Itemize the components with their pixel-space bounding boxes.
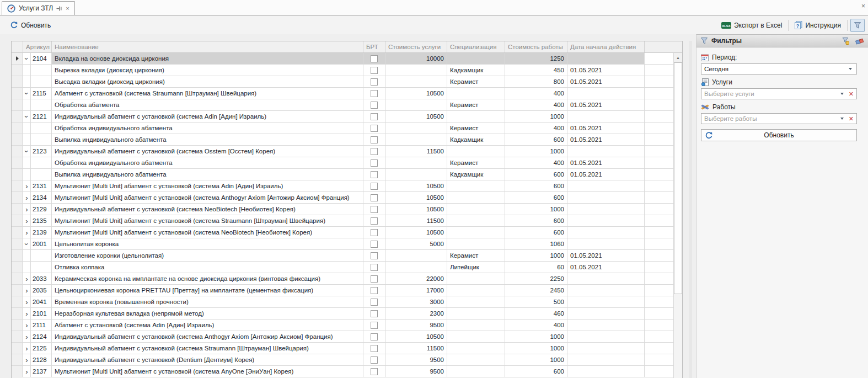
brt-checkbox[interactable]	[371, 113, 378, 120]
brt-checkbox[interactable]	[371, 55, 378, 62]
panel-splitter[interactable]	[689, 41, 692, 378]
brt-checkbox[interactable]	[371, 102, 378, 109]
header-artikul[interactable]: Артикул	[23, 41, 52, 52]
brt-checkbox[interactable]	[371, 183, 378, 190]
table-row[interactable]: ›2137Мультиюнит [Multi Unit] абатмент с …	[12, 366, 673, 377]
eraser-icon[interactable]	[855, 38, 864, 45]
brt-checkbox[interactable]	[371, 368, 378, 375]
collapse-icon[interactable]: ›	[23, 238, 31, 249]
table-row[interactable]: Вырезка вкладки (диоксид циркония)Кадкам…	[12, 65, 673, 76]
expand-icon[interactable]: ›	[23, 343, 31, 354]
expand-icon[interactable]: ›	[23, 354, 31, 365]
filter-panel-toggle-button[interactable]	[850, 19, 865, 32]
brt-checkbox[interactable]	[371, 229, 378, 236]
expand-icon[interactable]: ›	[23, 192, 31, 203]
brt-checkbox[interactable]	[371, 159, 378, 167]
collapse-icon[interactable]: ›	[23, 88, 31, 99]
table-row[interactable]: Обработка абатментаКерамист40001.05.2021	[12, 99, 673, 111]
expand-icon[interactable]: ›	[23, 285, 31, 296]
brt-checkbox[interactable]	[371, 206, 378, 213]
table-row[interactable]: ›2125Индивидуальный абатмент с установко…	[12, 343, 673, 354]
expand-icon[interactable]: ›	[23, 273, 31, 284]
brt-checkbox[interactable]	[371, 194, 378, 201]
table-row[interactable]: Выпилка индивидуального абатментаКадкамщ…	[12, 169, 673, 180]
table-row[interactable]: ›2123Индивидуальный абатмент с установко…	[12, 146, 673, 157]
expand-icon[interactable]: ›	[23, 331, 31, 342]
expand-icon[interactable]: ›	[23, 180, 31, 191]
period-combo[interactable]: Сегодня	[701, 63, 857, 74]
works-combo[interactable]: Выберите работы ✕	[701, 113, 857, 124]
expand-icon[interactable]: ›	[23, 366, 31, 377]
brt-checkbox[interactable]	[371, 287, 378, 294]
brt-checkbox[interactable]	[371, 148, 378, 155]
table-row[interactable]: ›2134Мультиюнит [Multi Unit] абатмент с …	[12, 192, 673, 204]
expand-icon[interactable]: ›	[23, 296, 31, 307]
header-name[interactable]: Наименование	[52, 41, 363, 52]
table-row[interactable]: Изготовление коронки (цельнолитая)Керами…	[12, 250, 673, 262]
expand-icon[interactable]: ›	[23, 308, 31, 319]
vertical-scrollbar[interactable]: ▲	[673, 53, 682, 378]
header-work-cost[interactable]: Стоимость работы	[505, 41, 567, 52]
table-row[interactable]: ›2124Индивидуальный абатмент с установко…	[12, 331, 673, 343]
export-excel-button[interactable]: XLSX Экспорт в Excel	[718, 19, 785, 31]
table-row[interactable]: Отливка колпакаЛитейщик6001.05.2021	[12, 262, 673, 273]
collapse-icon[interactable]: ›	[23, 111, 31, 122]
brt-checkbox[interactable]	[371, 345, 378, 352]
table-row[interactable]: ›2121Индивидуальный абатмент с установко…	[12, 111, 673, 123]
refresh-button[interactable]: Обновить	[7, 19, 54, 31]
filter-refresh-button[interactable]: Обновить	[701, 129, 857, 141]
table-row[interactable]: Обработка индивидуального абатментаКерам…	[12, 123, 673, 134]
collapse-icon[interactable]: ›	[23, 146, 31, 157]
table-row[interactable]: ›2104Вкладка на основе диоксида циркония…	[12, 53, 673, 65]
table-row[interactable]: ›2001Цельнолитая коронка50001060	[12, 238, 673, 250]
brt-checkbox[interactable]	[371, 136, 378, 143]
instruction-button[interactable]: ? Инструкция	[791, 19, 844, 31]
header-brt[interactable]: БРТ	[363, 41, 385, 52]
table-row[interactable]: Выпилка индивидуального абатментаКадкамщ…	[12, 134, 673, 146]
brt-checkbox[interactable]	[371, 333, 378, 340]
brt-checkbox[interactable]	[371, 125, 378, 132]
clear-icon[interactable]: ✕	[849, 116, 854, 122]
brt-checkbox[interactable]	[371, 90, 378, 97]
table-row[interactable]: ›2139Мультиюнит [Multi Unit] абатмент с …	[12, 227, 673, 238]
scroll-up-icon[interactable]: ▲	[674, 53, 682, 62]
table-row[interactable]: ›2041Временная коронка (повышенной прочн…	[12, 296, 673, 308]
tabstrip-close-icon[interactable]: ×	[861, 3, 865, 9]
header-specialization[interactable]: Специализация	[447, 41, 505, 52]
table-row[interactable]: ›2129Индивидуальный абатмент с установко…	[12, 204, 673, 215]
tab-close-icon[interactable]: ×	[66, 6, 69, 12]
scrollbar-thumb[interactable]	[674, 62, 682, 294]
expand-icon[interactable]: ›	[23, 227, 31, 238]
collapse-icon[interactable]: ›	[23, 53, 31, 64]
filter-edit-icon[interactable]	[842, 37, 850, 45]
expand-icon[interactable]: ›	[23, 320, 31, 331]
pin-icon[interactable]	[56, 6, 62, 12]
chevron-down-icon[interactable]	[840, 118, 844, 120]
brt-checkbox[interactable]	[371, 356, 378, 364]
table-row[interactable]: ›2033Керамическая коронка на имплантате …	[12, 273, 673, 285]
brt-checkbox[interactable]	[371, 241, 378, 248]
brt-checkbox[interactable]	[371, 310, 378, 317]
brt-checkbox[interactable]	[371, 217, 378, 225]
brt-checkbox[interactable]	[371, 299, 378, 306]
expand-icon[interactable]: ›	[23, 204, 31, 215]
header-service-cost[interactable]: Стоимость услуги	[385, 41, 447, 52]
table-row[interactable]: ›2101Неразборная культевая вкладка (непр…	[12, 308, 673, 320]
table-row[interactable]: ›2115Абатмент с установкой (система Stra…	[12, 88, 673, 99]
table-row[interactable]: ›2135Мультиюнит [Multi Unit] абатмент с …	[12, 215, 673, 227]
chevron-down-icon[interactable]	[849, 68, 852, 70]
brt-checkbox[interactable]	[371, 78, 378, 86]
expand-icon[interactable]: ›	[23, 215, 31, 226]
brt-checkbox[interactable]	[371, 275, 378, 283]
brt-checkbox[interactable]	[371, 322, 378, 329]
tab-uslugi-ztl[interactable]: Услуги ЗТЛ ×	[2, 1, 75, 15]
header-start-date[interactable]: Дата начала действия	[567, 41, 645, 52]
table-row[interactable]: ›2035Цельноциркониевая коронка PRETTAU […	[12, 285, 673, 296]
brt-checkbox[interactable]	[371, 67, 378, 74]
table-row[interactable]: ›2128Индивидуальный абатмент с установко…	[12, 354, 673, 366]
chevron-down-icon[interactable]	[840, 93, 844, 95]
brt-checkbox[interactable]	[371, 264, 378, 271]
clear-icon[interactable]: ✕	[849, 91, 854, 97]
table-row[interactable]: ›2111Абатмент с установкой (система Adin…	[12, 320, 673, 331]
brt-checkbox[interactable]	[371, 171, 378, 178]
